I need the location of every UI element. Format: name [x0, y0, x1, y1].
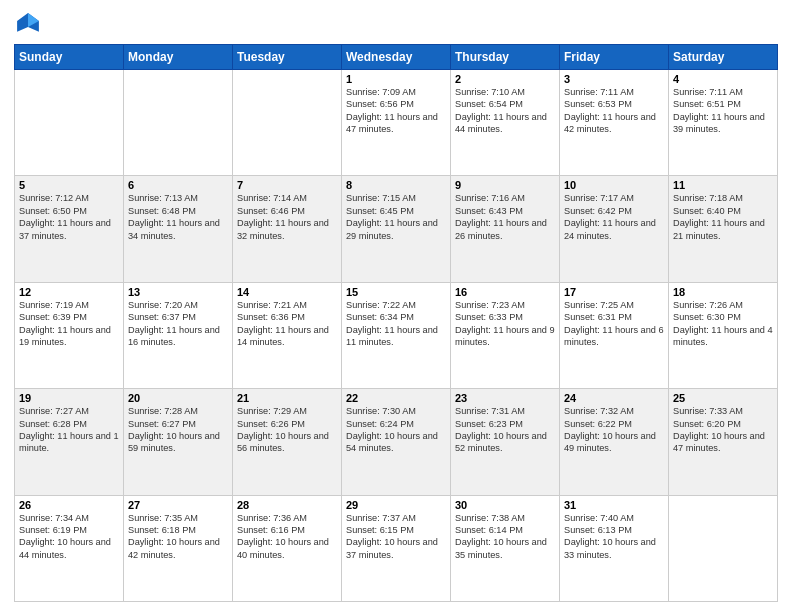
day-info: Sunrise: 7:22 AM Sunset: 6:34 PM Dayligh… — [346, 299, 446, 349]
calendar-cell: 7Sunrise: 7:14 AM Sunset: 6:46 PM Daylig… — [233, 176, 342, 282]
calendar-cell: 27Sunrise: 7:35 AM Sunset: 6:18 PM Dayli… — [124, 495, 233, 601]
day-number: 18 — [673, 286, 773, 298]
calendar-cell: 3Sunrise: 7:11 AM Sunset: 6:53 PM Daylig… — [560, 70, 669, 176]
day-info: Sunrise: 7:18 AM Sunset: 6:40 PM Dayligh… — [673, 192, 773, 242]
calendar-week-row: 19Sunrise: 7:27 AM Sunset: 6:28 PM Dayli… — [15, 389, 778, 495]
day-info: Sunrise: 7:21 AM Sunset: 6:36 PM Dayligh… — [237, 299, 337, 349]
day-info: Sunrise: 7:19 AM Sunset: 6:39 PM Dayligh… — [19, 299, 119, 349]
day-info: Sunrise: 7:11 AM Sunset: 6:53 PM Dayligh… — [564, 86, 664, 136]
day-info: Sunrise: 7:38 AM Sunset: 6:14 PM Dayligh… — [455, 512, 555, 562]
calendar-cell: 9Sunrise: 7:16 AM Sunset: 6:43 PM Daylig… — [451, 176, 560, 282]
day-number: 13 — [128, 286, 228, 298]
day-number: 9 — [455, 179, 555, 191]
day-info: Sunrise: 7:36 AM Sunset: 6:16 PM Dayligh… — [237, 512, 337, 562]
logo-icon — [14, 10, 42, 38]
day-number: 26 — [19, 499, 119, 511]
calendar-cell: 29Sunrise: 7:37 AM Sunset: 6:15 PM Dayli… — [342, 495, 451, 601]
day-info: Sunrise: 7:20 AM Sunset: 6:37 PM Dayligh… — [128, 299, 228, 349]
calendar: SundayMondayTuesdayWednesdayThursdayFrid… — [14, 44, 778, 602]
day-info: Sunrise: 7:26 AM Sunset: 6:30 PM Dayligh… — [673, 299, 773, 349]
day-number: 2 — [455, 73, 555, 85]
calendar-cell: 20Sunrise: 7:28 AM Sunset: 6:27 PM Dayli… — [124, 389, 233, 495]
calendar-cell: 30Sunrise: 7:38 AM Sunset: 6:14 PM Dayli… — [451, 495, 560, 601]
calendar-week-row: 12Sunrise: 7:19 AM Sunset: 6:39 PM Dayli… — [15, 282, 778, 388]
day-number: 8 — [346, 179, 446, 191]
day-of-week-header: Thursday — [451, 45, 560, 70]
calendar-cell: 2Sunrise: 7:10 AM Sunset: 6:54 PM Daylig… — [451, 70, 560, 176]
calendar-cell: 4Sunrise: 7:11 AM Sunset: 6:51 PM Daylig… — [669, 70, 778, 176]
day-number: 28 — [237, 499, 337, 511]
day-of-week-header: Sunday — [15, 45, 124, 70]
day-of-week-header: Friday — [560, 45, 669, 70]
day-number: 20 — [128, 392, 228, 404]
day-info: Sunrise: 7:11 AM Sunset: 6:51 PM Dayligh… — [673, 86, 773, 136]
calendar-cell: 14Sunrise: 7:21 AM Sunset: 6:36 PM Dayli… — [233, 282, 342, 388]
day-number: 5 — [19, 179, 119, 191]
day-number: 23 — [455, 392, 555, 404]
calendar-cell: 16Sunrise: 7:23 AM Sunset: 6:33 PM Dayli… — [451, 282, 560, 388]
calendar-cell: 26Sunrise: 7:34 AM Sunset: 6:19 PM Dayli… — [15, 495, 124, 601]
calendar-cell: 31Sunrise: 7:40 AM Sunset: 6:13 PM Dayli… — [560, 495, 669, 601]
calendar-cell — [669, 495, 778, 601]
calendar-cell: 18Sunrise: 7:26 AM Sunset: 6:30 PM Dayli… — [669, 282, 778, 388]
day-number: 30 — [455, 499, 555, 511]
day-info: Sunrise: 7:32 AM Sunset: 6:22 PM Dayligh… — [564, 405, 664, 455]
calendar-week-row: 5Sunrise: 7:12 AM Sunset: 6:50 PM Daylig… — [15, 176, 778, 282]
day-of-week-header: Tuesday — [233, 45, 342, 70]
day-info: Sunrise: 7:09 AM Sunset: 6:56 PM Dayligh… — [346, 86, 446, 136]
calendar-cell: 13Sunrise: 7:20 AM Sunset: 6:37 PM Dayli… — [124, 282, 233, 388]
calendar-cell — [15, 70, 124, 176]
calendar-cell: 15Sunrise: 7:22 AM Sunset: 6:34 PM Dayli… — [342, 282, 451, 388]
calendar-cell: 8Sunrise: 7:15 AM Sunset: 6:45 PM Daylig… — [342, 176, 451, 282]
calendar-cell — [233, 70, 342, 176]
day-number: 16 — [455, 286, 555, 298]
calendar-cell: 11Sunrise: 7:18 AM Sunset: 6:40 PM Dayli… — [669, 176, 778, 282]
day-number: 25 — [673, 392, 773, 404]
day-number: 24 — [564, 392, 664, 404]
calendar-cell: 5Sunrise: 7:12 AM Sunset: 6:50 PM Daylig… — [15, 176, 124, 282]
day-info: Sunrise: 7:16 AM Sunset: 6:43 PM Dayligh… — [455, 192, 555, 242]
day-number: 15 — [346, 286, 446, 298]
day-of-week-header: Monday — [124, 45, 233, 70]
day-number: 10 — [564, 179, 664, 191]
day-info: Sunrise: 7:14 AM Sunset: 6:46 PM Dayligh… — [237, 192, 337, 242]
day-info: Sunrise: 7:15 AM Sunset: 6:45 PM Dayligh… — [346, 192, 446, 242]
day-number: 14 — [237, 286, 337, 298]
calendar-header-row: SundayMondayTuesdayWednesdayThursdayFrid… — [15, 45, 778, 70]
day-number: 4 — [673, 73, 773, 85]
day-number: 22 — [346, 392, 446, 404]
day-number: 6 — [128, 179, 228, 191]
day-number: 1 — [346, 73, 446, 85]
calendar-week-row: 26Sunrise: 7:34 AM Sunset: 6:19 PM Dayli… — [15, 495, 778, 601]
day-info: Sunrise: 7:40 AM Sunset: 6:13 PM Dayligh… — [564, 512, 664, 562]
day-number: 31 — [564, 499, 664, 511]
day-info: Sunrise: 7:25 AM Sunset: 6:31 PM Dayligh… — [564, 299, 664, 349]
header — [14, 10, 778, 38]
calendar-cell: 17Sunrise: 7:25 AM Sunset: 6:31 PM Dayli… — [560, 282, 669, 388]
calendar-cell: 1Sunrise: 7:09 AM Sunset: 6:56 PM Daylig… — [342, 70, 451, 176]
day-info: Sunrise: 7:31 AM Sunset: 6:23 PM Dayligh… — [455, 405, 555, 455]
calendar-cell: 10Sunrise: 7:17 AM Sunset: 6:42 PM Dayli… — [560, 176, 669, 282]
day-info: Sunrise: 7:34 AM Sunset: 6:19 PM Dayligh… — [19, 512, 119, 562]
logo — [14, 10, 46, 38]
day-info: Sunrise: 7:10 AM Sunset: 6:54 PM Dayligh… — [455, 86, 555, 136]
day-info: Sunrise: 7:29 AM Sunset: 6:26 PM Dayligh… — [237, 405, 337, 455]
calendar-cell: 23Sunrise: 7:31 AM Sunset: 6:23 PM Dayli… — [451, 389, 560, 495]
day-info: Sunrise: 7:12 AM Sunset: 6:50 PM Dayligh… — [19, 192, 119, 242]
day-number: 11 — [673, 179, 773, 191]
day-info: Sunrise: 7:33 AM Sunset: 6:20 PM Dayligh… — [673, 405, 773, 455]
calendar-cell: 24Sunrise: 7:32 AM Sunset: 6:22 PM Dayli… — [560, 389, 669, 495]
day-number: 27 — [128, 499, 228, 511]
day-info: Sunrise: 7:13 AM Sunset: 6:48 PM Dayligh… — [128, 192, 228, 242]
day-of-week-header: Saturday — [669, 45, 778, 70]
calendar-cell — [124, 70, 233, 176]
day-info: Sunrise: 7:23 AM Sunset: 6:33 PM Dayligh… — [455, 299, 555, 349]
calendar-cell: 12Sunrise: 7:19 AM Sunset: 6:39 PM Dayli… — [15, 282, 124, 388]
day-of-week-header: Wednesday — [342, 45, 451, 70]
day-number: 29 — [346, 499, 446, 511]
calendar-week-row: 1Sunrise: 7:09 AM Sunset: 6:56 PM Daylig… — [15, 70, 778, 176]
day-number: 7 — [237, 179, 337, 191]
calendar-cell: 22Sunrise: 7:30 AM Sunset: 6:24 PM Dayli… — [342, 389, 451, 495]
day-info: Sunrise: 7:17 AM Sunset: 6:42 PM Dayligh… — [564, 192, 664, 242]
calendar-cell: 6Sunrise: 7:13 AM Sunset: 6:48 PM Daylig… — [124, 176, 233, 282]
